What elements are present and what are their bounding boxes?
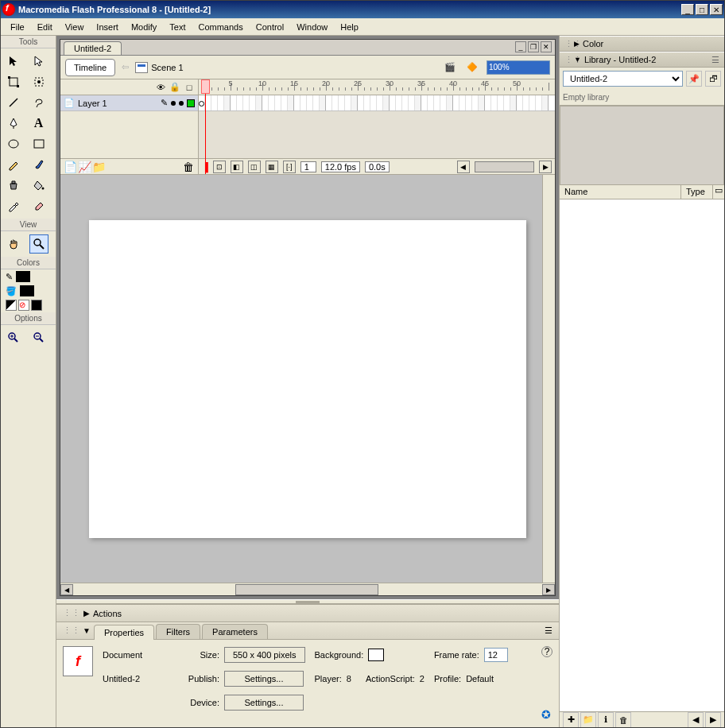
device-settings-button[interactable]: Settings... <box>224 695 304 711</box>
library-col-type[interactable]: Type <box>681 185 713 199</box>
size-button[interactable]: 550 x 400 pixels <box>224 647 305 663</box>
hand-tool[interactable] <box>4 234 23 254</box>
outline-column-icon[interactable]: □ <box>184 83 195 92</box>
insert-motion-guide-button[interactable]: 📈 <box>78 161 91 173</box>
insert-folder-button[interactable]: 📁 <box>92 161 105 173</box>
tab-properties[interactable]: Properties <box>94 625 154 640</box>
grip-icon[interactable]: ⋮⋮ <box>63 608 80 618</box>
stage[interactable] <box>89 220 526 538</box>
library-panel-header[interactable]: ⋮⋮ ▼ Library - Untitled-2 ☰ <box>560 52 724 68</box>
eraser-tool[interactable] <box>29 196 48 215</box>
panel-options-icon[interactable]: ☰ <box>711 55 719 65</box>
ink-bottle-tool[interactable] <box>4 176 23 195</box>
new-folder-button[interactable]: 📁 <box>580 712 596 728</box>
edit-scene-icon[interactable]: 🎬 <box>442 60 458 76</box>
insert-layer-button[interactable]: 📄 <box>64 161 76 173</box>
menu-text[interactable]: Text <box>163 21 192 33</box>
library-list[interactable] <box>560 199 724 711</box>
new-symbol-button[interactable]: ✚ <box>563 712 579 728</box>
doc-close-button[interactable]: ✕ <box>541 41 552 52</box>
library-col-name[interactable]: Name <box>560 185 681 199</box>
doc-minimize-button[interactable]: _ <box>515 41 526 52</box>
library-document-select[interactable]: Untitled-2 <box>563 71 683 87</box>
frames-row[interactable] <box>199 95 555 111</box>
library-scroll-right[interactable]: ▶ <box>705 712 721 728</box>
vertical-scrollbar[interactable] <box>542 175 555 583</box>
scene-breadcrumb[interactable]: Scene 1 <box>135 62 183 73</box>
background-color-swatch[interactable] <box>368 649 384 661</box>
grip-icon[interactable]: ⋮⋮ <box>564 55 571 65</box>
stroke-color-swatch[interactable] <box>16 271 30 282</box>
actions-panel-header[interactable]: ⋮⋮ ▶ Actions <box>56 605 559 622</box>
edit-multiple-frames-button[interactable]: ▦ <box>266 161 278 173</box>
hscroll-left-arrow[interactable]: ◀ <box>60 584 73 595</box>
default-colors-button[interactable] <box>6 300 17 311</box>
menu-commands[interactable]: Commands <box>192 21 249 33</box>
playhead-cap[interactable] <box>201 79 210 94</box>
delete-layer-button[interactable]: 🗑 <box>182 161 195 173</box>
line-tool[interactable] <box>4 93 23 112</box>
menu-help[interactable]: Help <box>334 21 365 33</box>
selection-tool[interactable] <box>4 52 23 71</box>
panel-options-icon[interactable]: ☰ <box>538 622 559 639</box>
zoom-in-option[interactable] <box>4 328 23 347</box>
zoom-select[interactable] <box>487 60 550 75</box>
framerate-input[interactable] <box>484 648 508 662</box>
timeline-toggle-button[interactable]: Timeline <box>65 59 115 76</box>
minimize-button[interactable]: _ <box>681 4 694 15</box>
library-scroll-left[interactable]: ◀ <box>688 712 704 728</box>
edit-symbols-icon[interactable]: 🔶 <box>464 60 480 76</box>
timeline-scroll-right[interactable]: ▶ <box>539 161 552 173</box>
document-tab[interactable]: Untitled-2 <box>64 41 122 55</box>
onion-skin-outlines-button[interactable]: ◫ <box>248 161 261 173</box>
menu-view[interactable]: View <box>59 21 91 33</box>
lasso-tool[interactable] <box>29 93 48 112</box>
back-arrow-icon[interactable]: ⇦ <box>122 62 129 72</box>
layer-row[interactable]: 📄 Layer 1 ✎ <box>60 95 198 111</box>
maximize-button[interactable]: □ <box>696 4 708 15</box>
expand-properties-icon[interactable]: ✪ <box>541 708 552 721</box>
eye-column-icon[interactable]: 👁 <box>155 83 166 92</box>
pencil-tool[interactable] <box>4 155 23 174</box>
oval-tool[interactable] <box>4 134 23 153</box>
swap-colors-button[interactable] <box>31 300 42 311</box>
hscroll-right-arrow[interactable]: ▶ <box>542 584 555 595</box>
pen-tool[interactable] <box>4 114 23 133</box>
ruler-head[interactable]: 15101520253035404550 <box>199 79 555 95</box>
free-transform-tool[interactable] <box>4 72 23 91</box>
paint-bucket-tool[interactable] <box>29 176 48 195</box>
text-tool[interactable]: A <box>29 114 48 133</box>
stage-area[interactable] <box>60 175 555 583</box>
no-color-button[interactable]: ⊘ <box>18 300 29 311</box>
gradient-transform-tool[interactable] <box>29 72 48 91</box>
zoom-out-option[interactable] <box>29 328 48 347</box>
layer-visible-dot[interactable] <box>171 101 176 106</box>
center-frame-button[interactable]: ⊡ <box>213 161 226 173</box>
layer-lock-dot[interactable] <box>179 101 184 106</box>
publish-settings-button[interactable]: Settings... <box>224 671 304 687</box>
timeline-scroll-left[interactable]: ◀ <box>457 161 470 173</box>
delete-symbol-button[interactable]: 🗑 <box>615 712 631 728</box>
tab-parameters[interactable]: Parameters <box>202 624 268 639</box>
menu-file[interactable]: File <box>4 21 31 33</box>
menu-insert[interactable]: Insert <box>90 21 125 33</box>
help-icon[interactable]: ? <box>541 646 552 657</box>
hscroll-thumb[interactable] <box>235 584 378 595</box>
menu-modify[interactable]: Modify <box>125 21 163 33</box>
fill-color-swatch[interactable] <box>20 285 34 296</box>
lock-column-icon[interactable]: 🔒 <box>169 82 180 92</box>
menu-control[interactable]: Control <box>250 21 290 33</box>
color-panel-header[interactable]: ⋮⋮ ▶ Color <box>560 36 724 52</box>
pin-library-button[interactable]: 📌 <box>686 71 702 87</box>
library-sort-icon[interactable]: ▭ <box>713 185 724 199</box>
panel-divider[interactable] <box>56 599 559 604</box>
tab-filters[interactable]: Filters <box>156 624 200 639</box>
new-library-panel-button[interactable]: 🗗 <box>705 71 721 87</box>
close-button[interactable]: ✕ <box>710 4 723 15</box>
eyedropper-tool[interactable] <box>4 196 23 215</box>
onion-skin-button[interactable]: ◧ <box>231 161 243 173</box>
subselection-tool[interactable] <box>29 52 48 71</box>
zoom-tool[interactable] <box>29 234 48 254</box>
brush-tool[interactable] <box>29 155 48 174</box>
rectangle-tool[interactable] <box>29 134 48 153</box>
